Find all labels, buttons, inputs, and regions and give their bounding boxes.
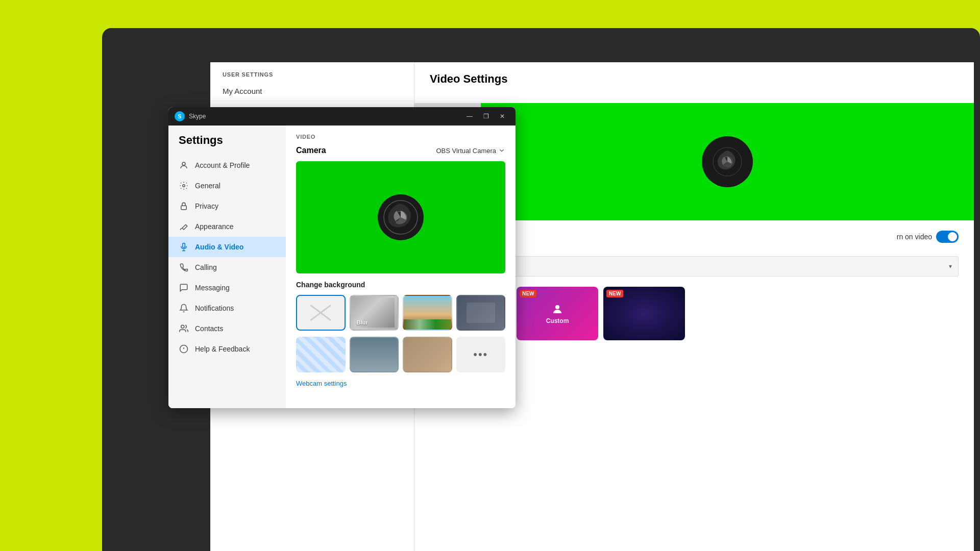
restore-button[interactable]: ❐ — [479, 111, 493, 122]
sidebar-item-contacts[interactable]: Contacts — [168, 318, 286, 339]
camera-row: Camera OBS Virtual Camera — [296, 146, 505, 155]
bg-section-label: USER SETTINGS — [210, 62, 414, 82]
svg-point-4 — [183, 185, 185, 187]
sidebar: Settings Account & Profile G — [168, 126, 286, 408]
bg-tile-office[interactable] — [456, 295, 506, 331]
svg-point-2 — [555, 305, 559, 309]
bell-icon — [179, 303, 189, 313]
title-bar: S Skype — ❐ ✕ — [168, 107, 516, 126]
change-bg-title: Change background — [296, 281, 505, 289]
sidebar-item-appearance[interactable]: Appearance — [168, 216, 286, 237]
svg-point-7 — [181, 325, 184, 328]
sidebar-item-account[interactable]: Account & Profile — [168, 155, 286, 176]
sidebar-item-messaging[interactable]: Messaging — [168, 278, 286, 298]
messaging-label: Messaging — [195, 284, 230, 292]
person-icon — [179, 160, 189, 170]
sidebar-item-audio-video[interactable]: Audio & Video — [168, 237, 286, 257]
mic-icon — [179, 242, 189, 252]
privacy-label: Privacy — [195, 202, 218, 210]
bg-toggle-label: rn on video — [897, 233, 932, 241]
bg-space-thumb[interactable]: NEW — [603, 287, 685, 340]
bg-tile-more[interactable]: ••• — [456, 337, 506, 372]
bg-custom-label: Custom — [546, 317, 569, 324]
bg-tile-grid: Blur — [296, 295, 505, 331]
audio-video-label: Audio & Video — [195, 243, 243, 251]
notifications-label: Notifications — [195, 304, 234, 312]
general-label: General — [195, 182, 220, 190]
bg-custom-thumb[interactable]: NEW Custom — [517, 287, 598, 340]
skype-window: S Skype — ❐ ✕ Settings Account & Profile — [168, 107, 516, 408]
bg-tile-landscape[interactable] — [403, 295, 452, 331]
people-icon — [179, 323, 189, 334]
bg-toggle-area: rn on video — [897, 231, 959, 243]
bg-tile-blur[interactable]: Blur — [350, 295, 399, 331]
svg-rect-5 — [181, 206, 187, 210]
bg-new-badge: NEW — [520, 290, 536, 297]
info-icon — [179, 344, 189, 354]
obs-logo — [378, 194, 424, 240]
bg-video-title: Video Settings — [414, 62, 974, 94]
bg-tile-pattern[interactable] — [296, 337, 346, 372]
minimize-button[interactable]: — — [462, 111, 477, 122]
sidebar-item-calling[interactable]: Calling — [168, 257, 286, 278]
bg-tile-grid-row2: ••• — [296, 337, 505, 372]
phone-icon — [179, 262, 189, 272]
window-body: Settings Account & Profile G — [168, 126, 516, 408]
appearance-label: Appearance — [195, 222, 234, 231]
skype-logo: S — [175, 111, 185, 121]
main-content: VIDEO Camera OBS Virtual Camera — [286, 126, 516, 408]
lock-icon — [179, 201, 189, 211]
title-bar-text: Skype — [189, 113, 462, 120]
close-button[interactable]: ✕ — [495, 111, 509, 122]
title-bar-controls: — ❐ ✕ — [462, 111, 509, 122]
camera-value: OBS Virtual Camera — [436, 147, 496, 155]
sidebar-item-help[interactable]: Help & Feedback — [168, 339, 286, 359]
chevron-down-icon — [498, 147, 505, 154]
webcam-settings-link[interactable]: Webcam settings — [296, 380, 347, 387]
contacts-label: Contacts — [195, 324, 223, 333]
calling-label: Calling — [195, 263, 217, 271]
bg-obs-logo — [702, 136, 753, 187]
settings-title: Settings — [168, 134, 286, 155]
camera-label: Camera — [296, 146, 326, 155]
sidebar-item-privacy[interactable]: Privacy — [168, 196, 286, 216]
camera-preview — [296, 161, 505, 273]
bg-tile-none[interactable] — [296, 295, 346, 331]
video-section-label: VIDEO — [296, 134, 505, 140]
bg-space-new-badge: NEW — [606, 290, 623, 297]
sidebar-item-notifications[interactable]: Notifications — [168, 298, 286, 318]
account-label: Account & Profile — [195, 161, 250, 169]
more-dots: ••• — [473, 348, 488, 361]
help-label: Help & Feedback — [195, 345, 250, 353]
brush-icon — [179, 221, 189, 232]
camera-select[interactable]: OBS Virtual Camera — [436, 147, 505, 155]
blur-label: Blur — [357, 319, 368, 325]
bg-my-account: My Account — [210, 82, 414, 101]
gear-icon — [179, 181, 189, 191]
bg-tile-indoor[interactable] — [350, 337, 399, 372]
sidebar-item-general[interactable]: General — [168, 176, 286, 196]
bg-tile-room[interactable] — [403, 337, 452, 372]
svg-rect-6 — [183, 243, 185, 248]
bg-toggle-switch[interactable] — [936, 231, 959, 243]
chat-icon — [179, 283, 189, 293]
svg-point-3 — [182, 162, 185, 165]
